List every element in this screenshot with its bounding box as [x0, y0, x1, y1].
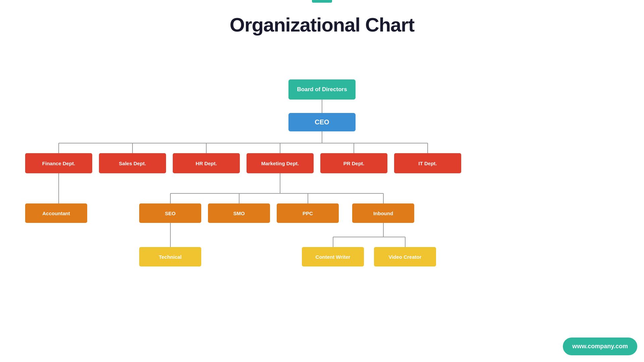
inbound-node: Inbound: [352, 203, 414, 223]
marketing-node: Marketing Dept.: [247, 153, 314, 173]
video-node: Video Creator: [374, 247, 436, 266]
accountant-node: Accountant: [25, 203, 87, 223]
hr-node: HR Dept.: [173, 153, 240, 173]
it-node: IT Dept.: [394, 153, 461, 173]
seo-node: SEO: [139, 203, 201, 223]
top-accent: [312, 0, 332, 3]
org-chart: Board of Directors CEO Finance Dept. Sal…: [0, 39, 644, 341]
content-node: Content Writer: [302, 247, 364, 266]
board-node: Board of Directors: [288, 79, 356, 100]
pr-node: PR Dept.: [320, 153, 387, 173]
ceo-node: CEO: [288, 113, 356, 131]
finance-node: Finance Dept.: [25, 153, 92, 173]
smo-node: SMO: [208, 203, 270, 223]
page-title: Organizational Chart: [0, 0, 644, 36]
ppc-node: PPC: [277, 203, 339, 223]
technical-node: Technical: [139, 247, 201, 266]
sales-node: Sales Dept.: [99, 153, 166, 173]
website-badge: www.company.com: [563, 338, 637, 355]
